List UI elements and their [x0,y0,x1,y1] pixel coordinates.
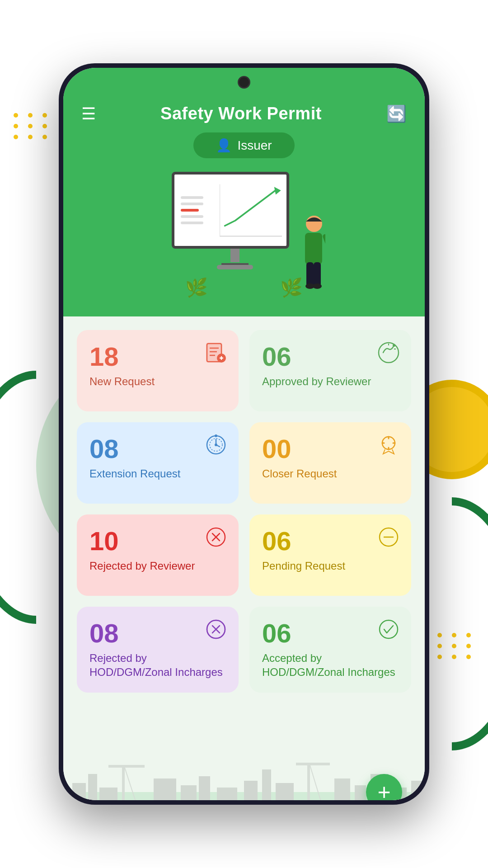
rejected-reviewer-label: Rejected by Reviewer [89,559,226,573]
svg-rect-61 [355,785,366,800]
menu-icon[interactable]: ☰ [81,104,96,123]
bottom-area: + [63,747,425,800]
svg-rect-54 [244,781,258,800]
svg-rect-57 [307,763,310,800]
approved-reviewer-label: Approved by Reviewer [262,374,399,388]
new-request-label: New Request [89,374,226,388]
card-extension-request[interactable]: 08 Extension Request [77,422,239,504]
svg-rect-55 [262,769,271,800]
leaf-right-icon: 🌿 [280,277,303,298]
pending-request-icon [377,525,400,554]
rejected-reviewer-icon [204,525,228,554]
svg-rect-56 [276,783,294,800]
card-accepted-hod[interactable]: 06 Accepted by HOD/DGM/Zonal Incharges [249,607,411,693]
card-rejected-reviewer[interactable]: 10 Rejected by Reviewer [77,514,239,596]
app-header: ☰ Safety Work Permit 🔄 👤 Issuer [63,68,425,316]
approved-reviewer-icon [377,341,400,369]
accepted-hod-label: Accepted by HOD/DGM/Zonal Incharges [262,651,399,679]
svg-rect-44 [72,783,86,800]
rejected-hod-label: Rejected by HOD/DGM/Zonal Incharges [89,651,226,679]
header-top-bar: ☰ Safety Work Permit 🔄 [81,104,407,123]
extension-request-label: Extension Request [89,467,226,481]
svg-point-26 [215,443,217,446]
leaf-left-icon: 🌿 [185,277,208,298]
svg-rect-53 [217,788,237,800]
svg-rect-51 [181,785,197,800]
svg-rect-50 [154,778,176,800]
svg-rect-46 [99,788,117,800]
add-fab-icon: + [377,779,390,800]
role-label: Issuer [237,138,272,153]
svg-rect-64 [411,781,422,800]
svg-marker-2 [274,187,281,194]
monitor-illustration [172,172,298,271]
rejected-hod-icon [204,618,228,646]
svg-rect-9 [322,234,325,255]
phone-screen: ☰ Safety Work Permit 🔄 👤 Issuer [63,68,425,800]
card-approved-reviewer[interactable]: 06 Approved by Reviewer [249,330,411,411]
svg-rect-52 [199,776,210,800]
refresh-icon[interactable]: 🔄 [386,104,407,123]
main-content: 18 New Request [63,316,425,747]
stats-grid: 18 New Request [77,330,411,693]
svg-rect-5 [306,262,314,287]
extension-request-icon [204,433,228,462]
deco-dots-right [437,633,474,659]
svg-point-18 [379,343,399,363]
svg-point-8 [313,283,322,289]
deco-dots-left [14,113,51,139]
role-icon: 👤 [216,138,232,153]
svg-point-27 [215,434,217,437]
svg-rect-60 [334,778,350,800]
svg-rect-4 [305,233,322,264]
card-pending-request[interactable]: 06 Pending Request [249,514,411,596]
role-badge[interactable]: 👤 Issuer [193,132,294,158]
svg-rect-47 [122,765,125,800]
svg-point-42 [380,620,398,638]
card-rejected-hod[interactable]: 08 Rejected by HOD/DGM/Zonal Incharges [77,607,239,693]
header-illustration: 🌿 🌿 [158,167,330,303]
app-title: Safety Work Permit [160,104,322,123]
svg-rect-45 [88,774,97,800]
accepted-hod-icon [377,618,400,646]
pending-request-label: Pending Request [262,559,399,573]
phone-shell: ☰ Safety Work Permit 🔄 👤 Issuer [59,63,429,805]
camera-notch [238,76,250,89]
scene: ☰ Safety Work Permit 🔄 👤 Issuer [0,0,488,868]
closer-request-icon [377,433,400,462]
svg-rect-6 [314,262,321,287]
svg-rect-58 [296,763,330,765]
card-closer-request[interactable]: 00 Closer Request [249,422,411,504]
new-request-icon [204,341,228,369]
svg-point-19 [393,344,395,347]
closer-request-label: Closer Request [262,467,399,481]
card-new-request[interactable]: 18 New Request [77,330,239,411]
svg-rect-48 [108,765,145,768]
